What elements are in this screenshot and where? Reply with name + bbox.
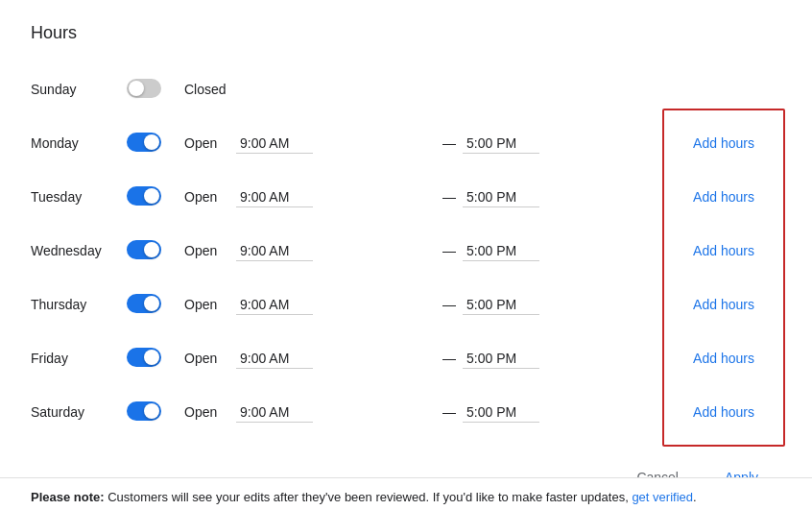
- open-time-cell[interactable]: [232, 331, 440, 385]
- close-time-input[interactable]: [463, 349, 539, 369]
- toggle-monday[interactable]: [127, 133, 161, 152]
- add-hours-button-saturday[interactable]: Add hours: [685, 401, 762, 424]
- day-label: Wednesday: [31, 224, 127, 278]
- toggle-saturday[interactable]: [127, 401, 161, 421]
- add-hours-button-friday[interactable]: Add hours: [685, 347, 762, 370]
- add-hours-cell[interactable]: Add hours: [666, 385, 781, 439]
- toggle-cell[interactable]: [127, 331, 184, 385]
- status-label: Open: [184, 385, 232, 439]
- get-verified-link[interactable]: get verified: [632, 490, 693, 504]
- close-time-input[interactable]: [463, 241, 539, 261]
- add-hours-cell[interactable]: Add hours: [666, 170, 781, 224]
- open-time-cell[interactable]: [232, 385, 440, 439]
- toggle-cell[interactable]: [127, 62, 184, 116]
- toggle-cell[interactable]: [127, 116, 184, 170]
- day-label: Friday: [31, 331, 127, 385]
- close-time-cell[interactable]: [459, 224, 666, 278]
- status-label: Closed: [184, 62, 232, 116]
- close-time-input[interactable]: [463, 295, 539, 315]
- toggle-wednesday[interactable]: [127, 240, 161, 259]
- close-time-input[interactable]: [463, 402, 539, 423]
- toggle-thursday[interactable]: [127, 294, 161, 313]
- close-time-cell[interactable]: [459, 170, 666, 224]
- table-row: ThursdayOpen—Add hours: [31, 278, 781, 331]
- add-hours-cell[interactable]: Add hours: [666, 116, 781, 170]
- toggle-cell[interactable]: [127, 224, 184, 278]
- toggle-cell[interactable]: [127, 385, 184, 439]
- time-separator: —: [440, 116, 459, 170]
- time-separator: —: [440, 331, 459, 385]
- note-text: Customers will see your edits after they…: [105, 490, 633, 504]
- open-time-cell[interactable]: [232, 278, 440, 331]
- open-time-cell[interactable]: [232, 116, 440, 170]
- open-time-input[interactable]: [236, 402, 313, 423]
- time-separator: —: [440, 170, 459, 224]
- close-time-input[interactable]: [463, 187, 539, 207]
- time-separator: —: [440, 385, 459, 439]
- day-label: Monday: [31, 116, 127, 170]
- close-time-cell[interactable]: [459, 385, 666, 439]
- table-row: SaturdayOpen—Add hours: [31, 385, 781, 439]
- open-time-input[interactable]: [236, 349, 313, 369]
- note-prefix: Please note:: [31, 490, 105, 504]
- status-label: Open: [184, 170, 232, 224]
- open-time-input[interactable]: [236, 134, 313, 154]
- note-suffix: .: [693, 490, 697, 504]
- hours-table: SundayClosedMondayOpen—Add hoursTuesdayO…: [31, 62, 781, 439]
- table-row: TuesdayOpen—Add hours: [31, 170, 781, 224]
- add-hours-cell[interactable]: Add hours: [666, 331, 781, 385]
- day-label: Sunday: [31, 62, 127, 116]
- close-time-cell[interactable]: [459, 116, 666, 170]
- open-time-cell[interactable]: [232, 170, 440, 224]
- add-hours-button-wednesday[interactable]: Add hours: [685, 239, 762, 262]
- time-separator: —: [440, 278, 459, 331]
- day-label: Tuesday: [31, 170, 127, 224]
- add-hours-cell[interactable]: Add hours: [666, 224, 781, 278]
- status-label: Open: [184, 116, 232, 170]
- add-hours-cell[interactable]: Add hours: [666, 278, 781, 331]
- close-time-cell[interactable]: [459, 278, 666, 331]
- toggle-friday[interactable]: [127, 348, 161, 367]
- open-time-input[interactable]: [236, 295, 313, 315]
- add-hours-button-thursday[interactable]: Add hours: [685, 293, 762, 316]
- close-time-cell[interactable]: [459, 331, 666, 385]
- open-time-cell[interactable]: [232, 224, 440, 278]
- add-hours-button-monday[interactable]: Add hours: [685, 132, 762, 155]
- table-row: MondayOpen—Add hours: [31, 116, 781, 170]
- status-label: Open: [184, 224, 232, 278]
- toggle-cell[interactable]: [127, 170, 184, 224]
- hours-container: Hours SundayClosedMondayOpen—Add hoursTu…: [0, 0, 812, 510]
- toggle-sunday[interactable]: [127, 79, 161, 98]
- day-label: Saturday: [31, 385, 127, 439]
- table-row: SundayClosed: [31, 62, 781, 116]
- note-bar: Please note: Customers will see your edi…: [0, 477, 812, 510]
- time-separator: —: [440, 224, 459, 278]
- toggle-cell[interactable]: [127, 278, 184, 331]
- section-title: Hours: [31, 23, 781, 43]
- open-time-input[interactable]: [236, 187, 313, 207]
- close-time-input[interactable]: [463, 134, 539, 154]
- day-label: Thursday: [31, 278, 127, 331]
- open-time-input[interactable]: [236, 241, 313, 261]
- toggle-tuesday[interactable]: [127, 186, 161, 206]
- add-hours-button-tuesday[interactable]: Add hours: [685, 185, 762, 208]
- status-label: Open: [184, 278, 232, 331]
- table-row: WednesdayOpen—Add hours: [31, 224, 781, 278]
- status-label: Open: [184, 331, 232, 385]
- table-row: FridayOpen—Add hours: [31, 331, 781, 385]
- closed-spacer: [232, 62, 781, 116]
